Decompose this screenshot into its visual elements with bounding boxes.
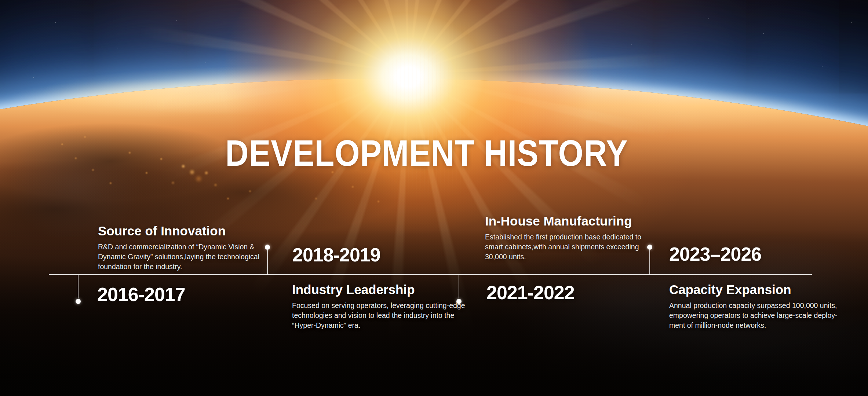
development-history-slide: DEVELOPMENT HISTORY Source of Innovation… xyxy=(0,0,868,396)
timeline-dot-2018 xyxy=(265,245,270,250)
timeline-heading: In-House Manufacturing xyxy=(485,213,661,229)
timeline-item: In-House Manufacturing Established the f… xyxy=(485,213,661,262)
timeline-description: Annual production capacity surpassed 100… xyxy=(669,301,845,330)
timeline-dot-2021 xyxy=(456,299,462,304)
timeline-stem-2016 xyxy=(78,275,79,298)
slide-content: DEVELOPMENT HISTORY Source of Innovation… xyxy=(0,0,868,396)
timeline-heading: Capacity Expansion xyxy=(669,282,845,298)
timeline-axis xyxy=(49,274,812,275)
timeline-stem-2021 xyxy=(459,275,459,298)
timeline-year-label: 2016-2017 xyxy=(97,285,185,305)
timeline-year-label: 2018-2019 xyxy=(292,245,380,265)
timeline-heading: Source of Innovation xyxy=(98,223,274,239)
timeline-item: Source of Innovation R&D and commerciali… xyxy=(98,223,274,272)
timeline-item: Capacity Expansion Annual production cap… xyxy=(669,282,845,330)
page-title: DEVELOPMENT HISTORY xyxy=(45,135,809,171)
timeline-stem-2023 xyxy=(649,250,650,275)
timeline-stem-2018 xyxy=(267,250,268,275)
timeline-item: Industry Leadership Focused on serving o… xyxy=(292,282,468,330)
timeline-description: Established the first production base de… xyxy=(485,232,661,262)
timeline-description: Focused on serving operators, leveraging… xyxy=(292,301,468,330)
timeline-description: R&D and commercialization of “Dynamic Vi… xyxy=(98,242,274,272)
timeline-year-label: 2023–2026 xyxy=(669,244,761,264)
timeline-dot-2016 xyxy=(76,299,81,304)
timeline-year-label: 2021-2022 xyxy=(486,283,575,303)
timeline-dot-2023 xyxy=(647,245,652,250)
timeline-heading: Industry Leadership xyxy=(292,282,468,298)
